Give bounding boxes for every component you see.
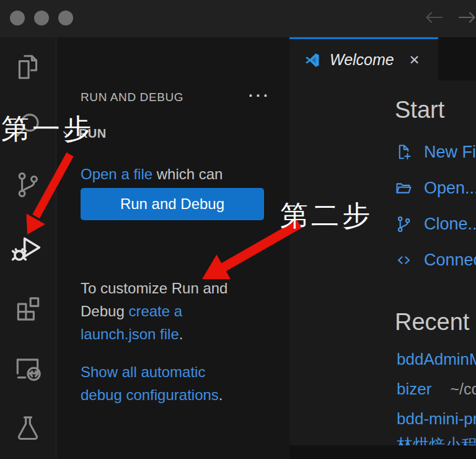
start-item-label: Open... <box>424 179 476 198</box>
sidebar-item-extensions[interactable] <box>0 293 56 325</box>
customize-hint-suffix: . <box>179 326 183 342</box>
tab-close-icon[interactable]: ✕ <box>409 53 420 68</box>
sidebar-item-source-control[interactable] <box>0 169 56 201</box>
recent-item[interactable]: bdd-mini-program <box>397 409 476 429</box>
more-actions-button[interactable]: ··· <box>249 87 271 104</box>
recent-item-name: bdd-mini-program <box>397 409 476 428</box>
git-branch-icon <box>12 169 43 200</box>
run-and-debug-button[interactable]: Run and Debug <box>81 188 264 220</box>
tab-welcome[interactable]: Welcome ✕ <box>289 37 438 81</box>
start-item-label: Clone... <box>424 215 476 234</box>
show-all-suffix: . <box>219 386 223 403</box>
debug-icon <box>10 230 46 266</box>
start-item-label: New File... <box>424 143 476 162</box>
history-forward-icon[interactable] <box>456 8 476 27</box>
start-item-connect[interactable]: Connect to... <box>394 251 476 270</box>
tab-welcome-label: Welcome <box>330 51 394 69</box>
new-file-icon <box>394 143 413 162</box>
history-back-icon[interactable] <box>423 8 445 27</box>
recent-item[interactable]: bddAdminManage <box>397 350 476 369</box>
editor-area: Welcome ✕ Start New File... Open... <box>289 37 476 459</box>
maximize-window-button[interactable] <box>58 11 73 25</box>
annotation-step2: 第二步 <box>280 197 373 234</box>
show-all-configurations-link[interactable]: Show all automatic debug configurations <box>81 363 219 403</box>
panel-title: RUN AND DEBUG <box>81 91 183 104</box>
sidebar-item-run-and-debug[interactable] <box>0 232 56 264</box>
git-branch-icon <box>394 215 413 234</box>
title-bar <box>0 0 476 37</box>
recent-item-path: ~/code <box>450 380 476 398</box>
open-folder-icon <box>394 179 413 198</box>
show-all-configs-hint: Show all automatic debug configurations. <box>81 360 237 406</box>
editor-bottom-strip <box>289 445 476 459</box>
remote-explorer-icon <box>12 353 43 384</box>
vscode-window: RUN AND DEBUG ··· RUN Open a file which … <box>0 0 476 459</box>
welcome-page: Start New File... Open... <box>289 81 476 445</box>
flask-icon <box>12 412 43 443</box>
start-item-clone[interactable]: Clone... <box>394 215 476 234</box>
recent-heading: Recent <box>395 309 469 336</box>
recent-item-name: bizer <box>397 380 431 398</box>
start-item-new-file[interactable]: New File... <box>394 143 476 162</box>
remote-connect-icon <box>394 251 413 270</box>
files-icon <box>12 51 43 82</box>
sidebar-item-remote-explorer[interactable] <box>0 352 56 385</box>
activity-bar <box>0 37 56 459</box>
annotation-step1: 第一步 <box>1 110 94 148</box>
open-a-file-link[interactable]: Open a file <box>81 166 152 182</box>
minimize-window-button[interactable] <box>34 11 49 25</box>
customize-hint: To customize Run and Debug create a laun… <box>81 277 237 345</box>
tab-bar: Welcome ✕ <box>289 37 476 81</box>
start-item-open[interactable]: Open... <box>394 179 476 198</box>
recent-item[interactable]: bizer~/code <box>397 380 476 399</box>
extensions-icon <box>12 293 43 324</box>
run-and-debug-panel: RUN AND DEBUG ··· RUN Open a file which … <box>56 37 289 459</box>
sidebar-item-testing[interactable] <box>0 412 56 444</box>
start-item-label: Connect to... <box>424 251 476 270</box>
sidebar-item-explorer[interactable] <box>0 51 56 83</box>
vscode-logo-icon <box>304 51 321 69</box>
start-heading: Start <box>395 97 444 123</box>
recent-item-name: bddAdminManage <box>397 350 476 368</box>
close-window-button[interactable] <box>10 11 25 25</box>
